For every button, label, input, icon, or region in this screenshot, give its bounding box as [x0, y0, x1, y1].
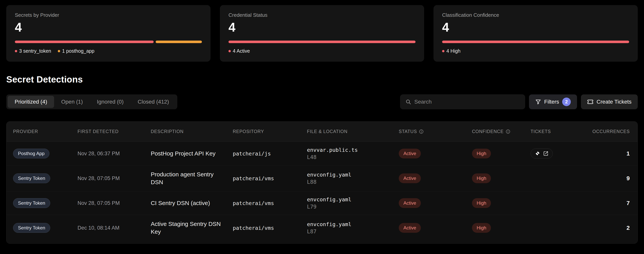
create-tickets-label: Create Tickets — [596, 99, 632, 105]
legend-dot — [58, 50, 60, 52]
info-icon[interactable] — [419, 129, 424, 134]
tab-closed[interactable]: Closed (412) — [131, 96, 176, 108]
file-name: envvar.public.ts — [307, 147, 358, 153]
page-title: Secret Detections — [6, 74, 638, 85]
card-value: 4 — [442, 20, 629, 34]
description-cell: PostHog Project API Key — [151, 150, 233, 157]
card-title: Credential Status — [228, 12, 416, 18]
legend-dot — [15, 50, 17, 52]
confidence-badge: High — [472, 223, 491, 233]
col-occurrences: Occurrences — [591, 129, 631, 134]
filters-button[interactable]: Filters 2 — [529, 94, 577, 109]
bar-segment-active — [228, 40, 416, 43]
controls-row: Prioritized (4) Open (1) Ignored (0) Clo… — [6, 94, 638, 109]
table-row[interactable]: Posthog App Nov 28, 06:37 PM PostHog Pro… — [6, 142, 638, 165]
legend-item: 4 High — [442, 48, 460, 54]
repository-cell: patcherai/vms — [233, 225, 307, 231]
search-input[interactable] — [414, 99, 520, 105]
confidence-badge: High — [472, 198, 491, 208]
card-value: 4 — [228, 20, 416, 34]
provider-badge: Sentry Token — [13, 223, 50, 233]
bar-segment-sentry-token — [15, 40, 154, 43]
confidence-badge: High — [472, 173, 491, 183]
col-file-location: File & Location — [307, 129, 399, 134]
filter-icon — [535, 99, 541, 105]
legend-label: 3 sentry_token — [19, 48, 51, 54]
info-icon[interactable] — [506, 129, 510, 134]
create-tickets-button[interactable]: Create Tickets — [581, 94, 638, 109]
legend-label: 4 Active — [233, 48, 250, 54]
card-classification-confidence: Classification Confidence 4 4 High — [434, 5, 638, 62]
file-line: L88 — [307, 179, 316, 185]
file-line: L87 — [307, 229, 316, 235]
tab-prioritized[interactable]: Prioritized (4) — [8, 96, 54, 108]
legend-dot — [442, 50, 444, 52]
secrets-dashboard: Secrets by Provider 4 3 sentry_token 1 p… — [0, 0, 644, 244]
tab-ignored[interactable]: Ignored (0) — [90, 96, 131, 108]
card-legend: 3 sentry_token 1 posthog_app — [15, 48, 202, 54]
first-detected-cell: Nov 28, 07:05 PM — [78, 200, 151, 206]
description-cell: Production agent Sentry DSN — [151, 171, 233, 186]
status-tabs: Prioritized (4) Open (1) Ignored (0) Clo… — [6, 94, 177, 109]
confidence-distribution-bar — [442, 40, 629, 43]
legend-dot — [228, 50, 231, 52]
bar-segment-posthog-app — [156, 40, 202, 43]
search-icon — [406, 99, 411, 105]
repository-cell: patcherai/vms — [233, 175, 307, 181]
first-detected-cell: Nov 28, 06:37 PM — [78, 151, 151, 157]
table-row[interactable]: Sentry Token Nov 28, 07:05 PM Production… — [6, 165, 638, 191]
card-credential-status: Credential Status 4 4 Active — [220, 5, 424, 62]
file-location-cell: envconfig.yaml L79 — [307, 197, 399, 210]
file-name: envconfig.yaml — [307, 221, 352, 227]
col-description: Description — [151, 129, 233, 134]
provider-distribution-bar — [15, 40, 202, 43]
bar-segment-high — [442, 40, 629, 43]
table-row[interactable]: Sentry Token Nov 28, 07:05 PM CI Sentry … — [6, 191, 638, 215]
repository-cell: patcherai/js — [233, 151, 307, 157]
external-link-icon[interactable] — [543, 151, 548, 156]
legend-item: 1 posthog_app — [58, 48, 94, 54]
col-first-detected: First Detected — [78, 129, 151, 134]
status-badge: Active — [399, 223, 421, 233]
table-row[interactable]: Sentry Token Dec 10, 08:14 AM Active Sta… — [6, 215, 638, 244]
confidence-badge: High — [472, 149, 491, 158]
filters-label: Filters — [544, 99, 559, 105]
search-box[interactable] — [400, 94, 525, 109]
file-name: envconfig.yaml — [307, 172, 352, 178]
tab-open[interactable]: Open (1) — [54, 96, 90, 108]
card-legend: 4 High — [442, 48, 629, 54]
col-confidence-label: Confidence — [472, 129, 504, 134]
col-status: Status — [399, 129, 472, 134]
detections-table: Provider First Detected Description Repo… — [6, 121, 638, 244]
toolbar-right: Filters 2 Create Tickets — [400, 94, 638, 109]
legend-item: 4 Active — [228, 48, 250, 54]
legend-item: 3 sentry_token — [15, 48, 51, 54]
file-location-cell: envvar.public.ts L48 — [307, 147, 399, 160]
occurrences-cell: 2 — [591, 225, 631, 231]
ticket-links-button[interactable] — [530, 148, 553, 159]
occurrences-cell: 9 — [591, 175, 631, 182]
description-cell: Active Staging Sentry DSN Key — [151, 220, 233, 236]
legend-label: 1 posthog_app — [62, 48, 94, 54]
col-provider: Provider — [13, 129, 78, 134]
jira-icon[interactable] — [535, 151, 540, 156]
card-title: Classification Confidence — [442, 12, 629, 18]
file-name: envconfig.yaml — [307, 197, 352, 203]
status-badge: Active — [399, 173, 421, 183]
card-title: Secrets by Provider — [15, 12, 202, 18]
file-line: L79 — [307, 204, 316, 210]
first-detected-cell: Dec 10, 08:14 AM — [78, 225, 151, 231]
card-secrets-by-provider: Secrets by Provider 4 3 sentry_token 1 p… — [6, 5, 210, 62]
status-badge: Active — [399, 149, 421, 158]
repository-cell: patcherai/vms — [233, 200, 307, 206]
occurrences-cell: 1 — [591, 150, 631, 157]
status-distribution-bar — [228, 40, 416, 43]
col-status-label: Status — [399, 129, 417, 134]
provider-badge: Sentry Token — [13, 198, 50, 208]
first-detected-cell: Nov 28, 07:05 PM — [78, 175, 151, 181]
filters-count-badge: 2 — [562, 98, 571, 106]
table-header: Provider First Detected Description Repo… — [6, 122, 638, 142]
file-location-cell: envconfig.yaml L87 — [307, 221, 399, 235]
col-confidence: Confidence — [472, 129, 530, 134]
provider-badge: Sentry Token — [13, 173, 50, 183]
